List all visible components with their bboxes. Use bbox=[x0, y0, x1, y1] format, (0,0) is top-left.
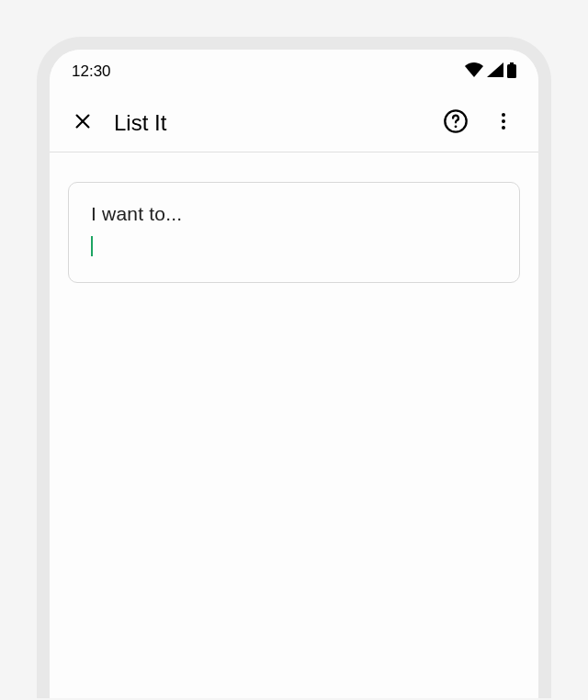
svg-point-4 bbox=[502, 113, 505, 117]
cellular-icon bbox=[487, 62, 503, 81]
text-cursor bbox=[91, 236, 93, 256]
more-options-button[interactable] bbox=[483, 103, 524, 143]
svg-point-6 bbox=[502, 126, 505, 130]
content-area: I want to... bbox=[50, 152, 538, 312]
app-bar-actions bbox=[435, 103, 524, 143]
svg-point-3 bbox=[455, 125, 458, 128]
more-vertical-icon bbox=[492, 110, 514, 136]
input-card[interactable]: I want to... bbox=[68, 182, 520, 283]
status-bar: 12:30 bbox=[50, 50, 538, 94]
wifi-icon bbox=[465, 62, 483, 81]
svg-rect-0 bbox=[510, 62, 514, 64]
app-bar: List It bbox=[50, 94, 538, 152]
close-button[interactable] bbox=[64, 105, 101, 141]
svg-rect-1 bbox=[507, 64, 516, 78]
svg-point-5 bbox=[502, 119, 505, 123]
device-frame: 12:30 List It bbox=[37, 37, 551, 698]
status-icons bbox=[465, 62, 516, 82]
app-title: List It bbox=[114, 110, 435, 136]
input-label: I want to... bbox=[91, 203, 497, 225]
battery-icon bbox=[507, 62, 516, 82]
status-time: 12:30 bbox=[72, 62, 111, 81]
help-icon bbox=[443, 108, 469, 138]
help-button[interactable] bbox=[435, 103, 476, 143]
close-icon bbox=[73, 111, 93, 135]
